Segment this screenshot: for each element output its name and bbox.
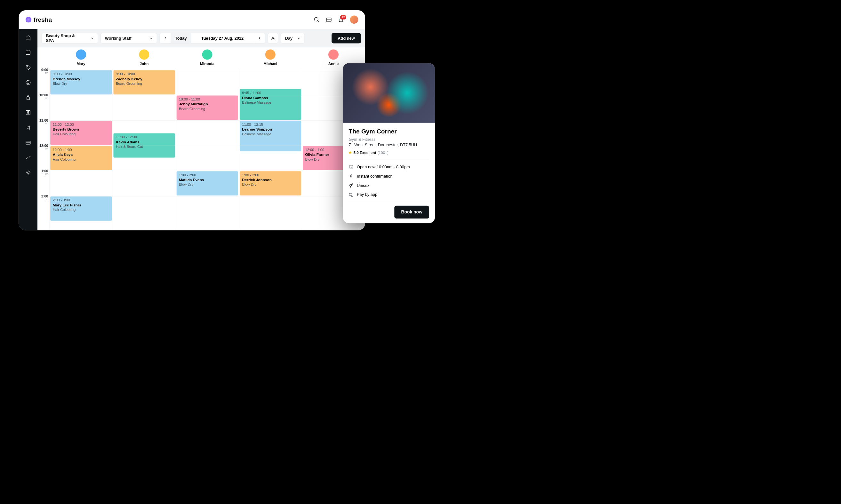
sidebar — [19, 29, 38, 230]
chevron-left-icon — [164, 37, 167, 40]
svg-point-10 — [26, 80, 31, 85]
appointment-client: Kevin Adams — [116, 140, 173, 144]
search-button[interactable] — [313, 16, 320, 23]
nav-marketing[interactable] — [25, 124, 31, 131]
svg-point-12 — [29, 82, 29, 82]
view-select[interactable]: Day — [281, 33, 305, 43]
appointment[interactable]: 10:00 - 11:00Jenny MurtaughBeard Groomin… — [177, 95, 238, 120]
nav-calendar[interactable] — [25, 49, 31, 56]
chevron-right-icon — [258, 37, 261, 40]
appointment[interactable]: 9:00 - 10:00Zachary KelleyBeard Grooming — [113, 70, 175, 95]
nav-payments[interactable] — [25, 139, 31, 146]
staff-select[interactable]: Working Staff — [101, 33, 157, 43]
time-label: 10:00am — [39, 93, 48, 99]
staff-header[interactable]: John — [113, 50, 176, 66]
staff-select-label: Working Staff — [105, 36, 131, 41]
calendar-column[interactable]: 10:00 - 11:00Jenny MurtaughBeard Groomin… — [176, 68, 239, 230]
staff-header[interactable]: Mary — [50, 50, 113, 66]
feature-list: Open now 10:00am - 8:00pm Instant confir… — [348, 160, 429, 202]
appointment[interactable]: 1:00 - 2:00Derrick JohnsonBlow Dry — [240, 171, 301, 196]
nav-products[interactable] — [25, 94, 31, 101]
svg-line-1 — [318, 20, 319, 22]
tag-icon — [25, 65, 31, 70]
megaphone-icon — [25, 125, 31, 130]
appointment[interactable]: 11:00 - 12:00Beverly BrownHair Colouring — [50, 121, 112, 145]
appointment-service: Balinese Massage — [242, 132, 299, 136]
chevron-down-icon — [297, 37, 301, 40]
feature-pay: Pay by app — [348, 192, 429, 197]
today-button[interactable]: Today — [171, 33, 191, 43]
staff-header[interactable]: Michael — [239, 50, 302, 66]
nav-settings[interactable] — [25, 169, 31, 176]
appointment-service: Blow Dry — [53, 82, 109, 86]
nav-home[interactable] — [25, 34, 31, 41]
svg-point-19 — [272, 37, 274, 39]
book-now-button[interactable]: Book now — [394, 206, 429, 219]
appointment[interactable]: 12:00 - 1:00Alicia KeysHair Colouring — [50, 146, 112, 170]
staff-avatar — [265, 50, 275, 60]
appointment[interactable]: 9:00 - 10:00Brenda MasseyBlow Dry — [50, 70, 112, 95]
calendar-column[interactable]: 9:45 - 11:00Diana CamposBalinese Massage… — [239, 68, 302, 230]
appointment-time: 11:00 - 12:00 — [53, 123, 109, 127]
appointment[interactable]: 1:00 - 2:00Matilda EvansBlow Dry — [177, 171, 238, 196]
wallet-button[interactable] — [325, 16, 332, 23]
appointment-client: Diana Campos — [242, 96, 299, 100]
svg-rect-5 — [26, 51, 31, 55]
staff-header[interactable]: Miranda — [176, 50, 239, 66]
calendar-column[interactable]: 9:00 - 10:00Zachary KelleyBeard Grooming… — [113, 68, 176, 230]
staff-name: Mary — [76, 61, 85, 66]
chevron-down-icon — [91, 37, 94, 40]
rating-score: 5.0 Excellent — [353, 150, 376, 155]
calendar-icon — [25, 50, 31, 55]
business-card: The Gym Corner Gym & Fitness 71 West Str… — [343, 63, 435, 223]
appointment-time: 1:00 - 2:00 — [242, 173, 299, 177]
appointment[interactable]: 9:45 - 11:00Diana CamposBalinese Massage — [240, 89, 301, 120]
appointment-client: Jenny Murtaugh — [179, 102, 235, 107]
appointment-time: 12:00 - 1:00 — [53, 148, 109, 152]
main-area: Beauty Shop & SPA Working Staff Today Tu… — [37, 29, 365, 230]
calendar-columns: 9:00 - 10:00Brenda MasseyBlow Dry11:00 -… — [50, 68, 365, 230]
appointment-service: Beard Grooming — [179, 107, 235, 111]
appointment-client: Mary Lee Fisher — [53, 203, 109, 208]
appointment-time: 9:00 - 10:00 — [53, 72, 109, 76]
svg-point-9 — [27, 66, 28, 67]
svg-rect-2 — [326, 18, 331, 22]
calendar-column[interactable]: 9:00 - 10:00Brenda MasseyBlow Dry11:00 -… — [50, 68, 113, 230]
brand-logo[interactable]: fresha — [25, 16, 52, 23]
nav-feedback[interactable] — [25, 79, 31, 86]
gear-icon — [270, 36, 275, 41]
nav-reports[interactable] — [25, 154, 31, 161]
appointment-client: Alicia Keys — [53, 152, 109, 157]
location-select[interactable]: Beauty Shop & SPA — [41, 33, 98, 43]
current-date[interactable]: Tuesday 27 Aug, 2022 — [191, 33, 254, 43]
appointment-service: Blow Dry — [242, 182, 299, 186]
nav-clients[interactable] — [25, 109, 31, 116]
gear-icon — [25, 169, 31, 175]
staff-header-row: MaryJohnMirandaMichaelAnnie — [37, 47, 365, 68]
svg-point-11 — [27, 82, 28, 82]
clock-icon — [348, 164, 353, 169]
notifications-button[interactable]: 12 — [338, 16, 344, 23]
home-icon — [25, 35, 31, 40]
appointment-service: Balinese Massage — [242, 101, 299, 105]
appointment-time: 11:00 - 12:15 — [242, 123, 299, 127]
rating-count: (100+) — [378, 150, 389, 155]
feature-gender: Unisex — [348, 183, 429, 188]
appointment-service: Hair & Beard Cut — [116, 145, 173, 149]
nav-deals[interactable] — [25, 64, 31, 71]
feature-hours: Open now 10:00am - 8:00pm — [348, 164, 429, 169]
appointment[interactable]: 2:00 - 3:00Mary Lee FisherHair Colouring — [50, 197, 112, 221]
appointment[interactable]: 11:00 - 12:15Leanne SimpsonBalinese Mass… — [240, 121, 301, 151]
time-label: 2:00pm — [41, 195, 48, 200]
user-avatar[interactable] — [350, 16, 358, 24]
card-icon — [25, 140, 31, 146]
time-label: 1:00pm — [41, 169, 48, 175]
view-select-label: Day — [285, 36, 292, 41]
date-prev-button[interactable] — [160, 33, 171, 43]
calendar-settings-button[interactable] — [268, 33, 278, 43]
calendar: MaryJohnMirandaMichaelAnnie 9:00am10:00a… — [37, 47, 365, 230]
appointment-time: 9:00 - 10:00 — [116, 72, 173, 76]
add-new-button[interactable]: Add new — [332, 33, 361, 43]
gender-icon — [348, 183, 353, 188]
date-next-button[interactable] — [254, 33, 265, 43]
